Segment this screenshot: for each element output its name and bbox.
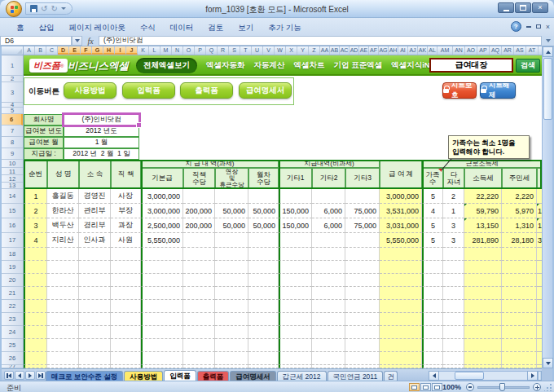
cell-name[interactable]: 홍길동 — [47, 189, 79, 204]
column-header[interactable]: O — [183, 46, 195, 55]
cell-monthly-allowance[interactable]: 50,000 — [248, 218, 279, 233]
cell-monthly-allowance[interactable] — [248, 189, 279, 204]
empty-cell[interactable] — [79, 313, 111, 326]
cell-children[interactable]: 1 — [443, 204, 464, 218]
row-header[interactable]: 20 — [2, 274, 23, 287]
empty-cell[interactable] — [24, 261, 47, 274]
brand-menu-item[interactable]: 자동계산 — [254, 60, 285, 71]
column-header[interactable]: AG — [379, 46, 389, 55]
empty-cell[interactable] — [380, 261, 422, 274]
empty-cell[interactable] — [183, 274, 215, 287]
empty-cell[interactable] — [183, 287, 215, 300]
column-header[interactable]: AJ — [408, 46, 418, 55]
column-header[interactable]: D — [58, 46, 69, 55]
column-header[interactable]: AN — [453, 46, 465, 55]
column-header[interactable]: N — [172, 46, 183, 55]
cell-total[interactable]: 3,000,000 — [380, 189, 422, 204]
empty-cell[interactable] — [502, 248, 537, 261]
empty-cell[interactable] — [345, 287, 380, 300]
empty-cell[interactable] — [422, 300, 443, 313]
row-header[interactable]: 25 — [2, 339, 23, 352]
empty-cell[interactable] — [111, 287, 141, 300]
workbook-restore-icon[interactable] — [536, 24, 541, 29]
hscroll-left-icon[interactable] — [429, 371, 439, 381]
empty-cell[interactable] — [502, 313, 537, 326]
cell-no[interactable]: 2 — [24, 204, 47, 218]
row-header[interactable]: 17 — [2, 233, 23, 248]
scroll-down-icon[interactable] — [543, 358, 553, 368]
column-header[interactable]: AF — [369, 46, 379, 55]
column-header[interactable]: X — [286, 46, 297, 55]
close-button[interactable]: × — [532, 2, 548, 13]
normal-view-icon[interactable] — [409, 383, 420, 391]
zoom-out-icon[interactable] — [466, 383, 474, 391]
month-field[interactable]: 1 월 — [64, 137, 139, 148]
empty-cell[interactable] — [183, 313, 215, 326]
empty-cell[interactable] — [422, 287, 443, 300]
company-field[interactable]: (주)인비닷컴 — [64, 114, 139, 126]
empty-cell[interactable] — [111, 326, 141, 339]
cell-duty-allowance[interactable]: 200,000 — [183, 218, 215, 233]
name-box[interactable]: D6 — [0, 36, 72, 46]
empty-cell[interactable] — [183, 339, 215, 352]
column-header[interactable]: AO — [465, 46, 477, 55]
row-header[interactable]: 12 — [2, 175, 23, 183]
empty-cell[interactable] — [279, 352, 312, 365]
column-header[interactable]: AM — [437, 46, 453, 55]
row-header[interactable]: 22 — [2, 300, 23, 313]
empty-cell[interactable] — [111, 261, 141, 274]
header-etc2[interactable]: 기타2 — [312, 168, 345, 189]
header-total[interactable]: 급 여 계 — [380, 160, 422, 189]
empty-cell[interactable] — [215, 287, 248, 300]
cell-income-tax[interactable]: 59,790 — [464, 204, 502, 218]
empty-cell[interactable] — [345, 274, 380, 287]
cell-etc1[interactable] — [279, 233, 312, 248]
column-header[interactable]: W — [275, 46, 286, 55]
empty-cell[interactable] — [312, 274, 345, 287]
last-sheet-icon[interactable] — [36, 371, 46, 380]
maximize-button[interactable] — [515, 2, 531, 13]
help-icon[interactable]: ? — [511, 21, 521, 32]
empty-cell[interactable] — [443, 300, 464, 313]
cell-position[interactable]: 사원 — [111, 233, 141, 248]
cell-dept[interactable]: 경리부 — [79, 218, 111, 233]
column-header[interactable]: AR — [502, 46, 514, 55]
cell-base-pay[interactable]: 2,500,000 — [141, 218, 183, 233]
cell-position[interactable]: 사장 — [111, 189, 141, 204]
cell-base-pay[interactable]: 3,000,000 — [141, 189, 183, 204]
sheet-unprotect-button[interactable]: 시트해제 — [480, 82, 516, 99]
empty-cell[interactable] — [464, 300, 502, 313]
empty-cell[interactable] — [345, 248, 380, 261]
brand-menu-item[interactable]: 엑셀지식iN — [391, 60, 430, 71]
sheet-protect-button[interactable]: 시트보호 — [442, 82, 477, 99]
header-duty-allowance[interactable]: 직책 수당 — [183, 168, 215, 189]
column-header[interactable]: P — [195, 46, 206, 55]
empty-cell[interactable] — [141, 248, 183, 261]
empty-cell[interactable] — [24, 287, 47, 300]
cell-total[interactable]: 3,531,000 — [380, 204, 422, 218]
empty-cell[interactable] — [279, 274, 312, 287]
page-layout-view-icon[interactable] — [420, 383, 431, 391]
ribbon-tab[interactable]: 홈 — [10, 21, 31, 35]
empty-cell[interactable] — [141, 339, 183, 352]
column-header[interactable]: E — [69, 46, 81, 55]
empty-cell[interactable] — [47, 300, 79, 313]
column-header[interactable]: V — [263, 46, 275, 55]
next-sheet-icon[interactable] — [25, 371, 35, 380]
formula-input[interactable]: (주)인비닷컴 — [99, 36, 542, 46]
first-sheet-icon[interactable] — [4, 371, 14, 380]
row-header[interactable]: 11 — [2, 168, 23, 175]
empty-cell[interactable] — [24, 248, 47, 261]
minimize-button[interactable] — [498, 2, 514, 13]
ribbon-tab[interactable]: 보기 — [231, 21, 260, 35]
column-header[interactable]: H — [103, 46, 115, 55]
empty-cell[interactable] — [79, 339, 111, 352]
row-header[interactable]: 16 — [2, 218, 23, 233]
row-header[interactable]: 21 — [2, 287, 23, 300]
empty-cell[interactable] — [345, 339, 380, 352]
empty-cell[interactable] — [248, 248, 279, 261]
column-header[interactable]: AD — [350, 46, 359, 55]
row-header[interactable]: 6 — [2, 114, 23, 126]
empty-cell[interactable] — [111, 274, 141, 287]
empty-cell[interactable] — [111, 300, 141, 313]
